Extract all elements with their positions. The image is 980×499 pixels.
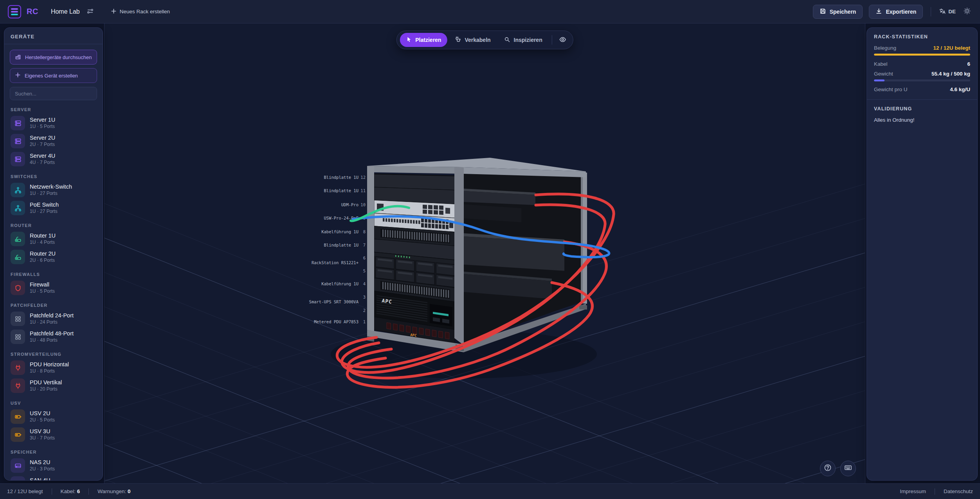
section-label-usv: USV (11, 401, 96, 405)
device-item[interactable]: Firewall1U · 5 Ports (10, 280, 97, 296)
device-meta: 2U · 7 Ports (30, 141, 55, 148)
stat-value: 4.6 kg/U (950, 86, 970, 92)
rack-unit-label: UDM-Pro (341, 202, 358, 207)
impressum-link[interactable]: Impressum (900, 488, 926, 494)
stat-label: Belegung (874, 45, 896, 51)
device-meta: 1U · 4 Ports (30, 239, 56, 245)
rack-unit-number: 6 (363, 256, 366, 260)
language-button[interactable]: DE (939, 8, 956, 16)
export-button[interactable]: Exportieren (869, 5, 923, 19)
server-icon (11, 134, 25, 148)
browse-vendor-devices-button[interactable]: Herstellergeräte durchsuchen (10, 50, 97, 65)
device-item[interactable]: PDU Vertikal1U · 20 Ports (10, 378, 97, 394)
cable-status-count: 6 (77, 488, 80, 494)
stat-row-kabel: Kabel 6 (874, 61, 970, 67)
rack-3d-viewport[interactable]: APCAPC Blindplatte 1U12Blindplatte 1U11U… (104, 23, 865, 483)
tool-platzieren[interactable]: Platzieren (400, 33, 447, 47)
app-logo-text: RC (27, 7, 38, 16)
device-item[interactable]: Netzwerk-Switch1U · 27 Ports (10, 182, 97, 198)
datenschutz-link[interactable]: Datenschutz (944, 488, 973, 494)
belegung-bar-fill (874, 54, 970, 56)
rack-unit-number: 12 (360, 175, 366, 180)
device-item[interactable]: Patchfeld 48-Port1U · 48 Ports (10, 329, 97, 345)
validation-message: Alles in Ordnung! (874, 117, 970, 123)
stats-title: RACK-STATISTIKEN (874, 34, 970, 40)
visibility-toggle-button[interactable] (556, 33, 570, 47)
device-name: USV 3U (30, 428, 55, 435)
device-item[interactable]: Patchfeld 24-Port1U · 24 Ports (10, 311, 97, 327)
rack-unit-label: Blindplatte 1U (324, 243, 358, 247)
top-bar: RC Home Lab Neues Rack erstellen (0, 0, 980, 23)
search-icon (504, 36, 510, 44)
network-icon (11, 201, 25, 215)
plus-icon (15, 72, 21, 79)
rack-unit-number: 2 (363, 308, 366, 313)
rack-unit-number: 1 (363, 319, 366, 324)
device-name: SAN 4U (30, 477, 55, 481)
device-meta: 1U · 48 Ports (30, 337, 74, 343)
rack-unit-label: Smart-UPS SRT 3000VA (309, 299, 359, 304)
translate-icon (939, 8, 946, 16)
create-custom-device-button[interactable]: Eigenes Gerät erstellen (10, 68, 97, 83)
tool-label: Inspizieren (514, 37, 542, 43)
grid-icon (11, 330, 25, 344)
language-label: DE (948, 9, 956, 14)
device-item[interactable]: PoE Switch1U · 27 Ports (10, 200, 97, 216)
gewicht-bar-fill (874, 79, 885, 81)
sliders-icon (87, 8, 94, 16)
device-name: PDU Horizontal (30, 361, 69, 368)
stat-label: Kabel (874, 61, 888, 67)
create-label: Eigenes Gerät erstellen (25, 73, 78, 79)
device-item[interactable]: Server 4U4U · 7 Ports (10, 151, 97, 167)
device-item[interactable]: Server 1U1U · 5 Ports (10, 115, 97, 131)
new-rack-button[interactable]: Neues Rack erstellen (111, 8, 170, 15)
save-button[interactable]: Speichern (813, 5, 863, 19)
device-meta: 1U · 27 Ports (30, 208, 59, 214)
grid-icon (11, 312, 25, 326)
help-button[interactable] (820, 461, 836, 476)
battery-icon (11, 409, 25, 424)
right-column: RACK-STATISTIKEN Belegung 12 / 12U beleg… (865, 23, 980, 483)
keyboard-icon (844, 464, 852, 473)
device-meta: 1U · 27 Ports (30, 190, 72, 196)
device-item[interactable]: USV 3U3U · 7 Ports (10, 427, 97, 443)
rack-unit-number: 3 (363, 295, 366, 299)
device-item[interactable]: USV 2U2U · 5 Ports (10, 409, 97, 425)
rack-unit-number: 4 (363, 281, 366, 286)
device-meta: 2U · 5 Ports (30, 417, 55, 423)
device-item[interactable]: Router 2U2U · 6 Ports (10, 249, 97, 265)
device-name: Server 2U (30, 135, 55, 141)
device-search-input[interactable] (10, 87, 97, 100)
theme-toggle-button[interactable] (962, 6, 972, 17)
storage-icon (11, 458, 25, 473)
device-meta: 4U · 7 Ports (30, 159, 55, 166)
device-name: PoE Switch (30, 202, 59, 208)
tool-label: Verkabeln (465, 37, 490, 43)
device-item[interactable]: Server 2U2U · 7 Ports (10, 133, 97, 149)
rack-3d-scene[interactable]: APCAPC Blindplatte 1U12Blindplatte 1U11U… (104, 23, 865, 483)
save-label: Speichern (830, 9, 856, 15)
device-meta: 1U · 24 Ports (30, 319, 74, 325)
stat-label: Gewicht (874, 71, 893, 77)
server-icon (11, 152, 25, 166)
rack-unit-number: 10 (360, 202, 366, 207)
cursor-icon (405, 36, 412, 44)
divider (931, 7, 931, 16)
device-item[interactable]: PDU Horizontal1U · 8 Ports (10, 360, 97, 376)
rack-settings-button[interactable] (85, 6, 95, 17)
device-item[interactable]: Router 1U1U · 4 Ports (10, 231, 97, 247)
rack-unit-label: RackStation RS1221+ (312, 260, 358, 265)
section-label-server: SERVER (11, 107, 96, 112)
device-item[interactable]: NAS 2U2U · 3 Ports (10, 458, 97, 474)
tool-inspizieren[interactable]: Inspizieren (498, 33, 548, 47)
section-label-firewalls: FIREWALLS (11, 272, 96, 277)
occupancy-status: 12 / 12U belegt (7, 488, 43, 494)
keyboard-shortcuts-button[interactable] (840, 461, 856, 476)
device-item[interactable]: SAN 4U4U · 5 Ports (10, 476, 97, 481)
rack-unit-labels: Blindplatte 1U12Blindplatte 1U11UDM-Pro1… (309, 175, 366, 324)
warning-status-label: Warnungen: (97, 488, 126, 494)
device-name: Router 1U (30, 232, 56, 239)
plug-icon (11, 360, 25, 375)
tool-verkabeln[interactable]: Verkabeln (449, 33, 496, 47)
section-label-patchfelder: PATCHFELDER (11, 303, 96, 308)
